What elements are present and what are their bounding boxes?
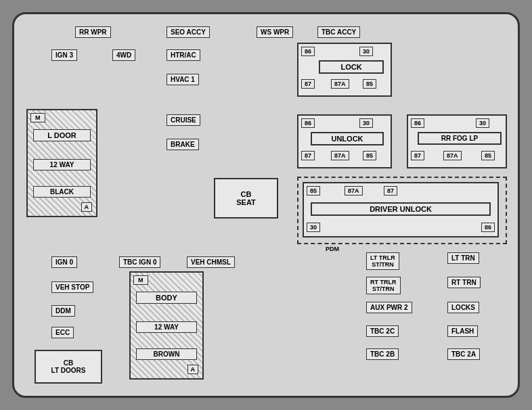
hvac1-label: HVAC 1 — [167, 74, 199, 85]
du-r85: 85 — [307, 186, 320, 196]
ws-wpr-label: WS WPR — [257, 26, 293, 38]
rt-trlr-st-trn-label: RT TRLR ST/TRN — [366, 277, 401, 294]
rr-wpr-label: RR WPR — [75, 26, 111, 38]
tbc-2a-label: TBC 2A — [447, 348, 480, 360]
tbc-2b-label: TBC 2B — [366, 348, 399, 360]
rr-fog-r87: 87 — [411, 151, 424, 160]
lock-r86: 86 — [301, 47, 315, 56]
unlock-label: UNLOCK — [311, 132, 384, 145]
du-r87: 87 — [384, 186, 397, 196]
cb-lt-doors-label: CB LT DOORS — [35, 350, 102, 384]
body-title: BODY — [136, 292, 197, 304]
lock-relay-group: 86 30 LOCK 87 87A 85 — [297, 43, 392, 97]
ign3-label: IGN 3 — [51, 49, 77, 61]
unlock-r30: 30 — [359, 118, 373, 128]
ecc-label: ECC — [51, 327, 74, 338]
pdm-region: PDM 85 87A 87 DRIVER UNLOCK 30 86 — [297, 177, 507, 244]
lock-r30: 30 — [359, 47, 373, 56]
driver-unlock-group: 85 87A 87 DRIVER UNLOCK 30 86 — [303, 182, 499, 237]
ldoor-group: M L DOOR 12 WAY BLACK A — [26, 109, 97, 217]
du-r87a: 87A — [345, 186, 363, 196]
cruise-label: CRUISE — [167, 114, 200, 126]
unlock-r86: 86 — [301, 118, 315, 128]
veh-stop-label: VEH STOP — [51, 281, 93, 293]
lt-trlr-st-trn-label: LT TRLR ST/TRN — [366, 252, 399, 270]
body-a: A — [187, 365, 199, 374]
lock-label: LOCK — [319, 60, 384, 74]
rr-fog-r85: 85 — [481, 151, 495, 160]
body-group: M BODY 12 WAY BROWN A — [129, 271, 204, 380]
lock-r85: 85 — [363, 79, 376, 89]
lt-trn-label: LT TRN — [447, 252, 479, 264]
fwd-label: 4WD — [112, 49, 135, 61]
pdm-label: PDM — [326, 246, 339, 252]
ldoor-way: 12 WAY — [33, 159, 91, 170]
rr-fog-relay-group: 86 30 RR FOG LP 87 87A 85 — [407, 114, 507, 168]
body-color: BROWN — [136, 348, 197, 360]
diagram-container: RR WPR SEO ACCY WS WPR TBC ACCY IGN 3 4W… — [12, 12, 520, 398]
veh-chmsl-label: VEH CHMSL — [187, 256, 235, 268]
lock-r87a: 87A — [331, 79, 349, 89]
du-r30: 30 — [307, 223, 320, 232]
du-label: DRIVER UNLOCK — [311, 202, 491, 216]
ldoor-title: L DOOR — [33, 129, 91, 141]
ign0-label: IGN 0 — [51, 256, 77, 268]
tbc-2c-label: TBC 2C — [366, 325, 399, 337]
unlock-r87: 87 — [301, 151, 315, 160]
rr-fog-label: RR FOG LP — [418, 132, 502, 145]
aux-pwr2-label: AUX PWR 2 — [366, 302, 412, 313]
cb-seat-label: CB SEAT — [214, 178, 278, 219]
ldoor-m: M — [30, 113, 45, 122]
ldoor-a: A — [81, 202, 93, 212]
tbc-ign0-label: TBC IGN 0 — [119, 256, 160, 268]
rr-fog-r30: 30 — [476, 118, 489, 128]
ldoor-color: BLACK — [33, 186, 91, 198]
body-m: M — [133, 275, 148, 285]
htr-ac-label: HTR/AC — [167, 49, 200, 61]
lock-r87: 87 — [301, 79, 315, 89]
unlock-relay-group: 86 30 UNLOCK 87 87A 85 — [297, 114, 392, 168]
unlock-r87a: 87A — [331, 151, 349, 160]
rr-fog-r87a: 87A — [443, 151, 462, 160]
locks-label: LOCKS — [447, 302, 479, 313]
rt-trn-label: RT TRN — [447, 277, 481, 288]
ddm-label: DDM — [51, 305, 75, 317]
brake-label: BRAKE — [167, 139, 199, 150]
rr-fog-r86: 86 — [411, 118, 424, 128]
flash-label: FLASH — [447, 325, 478, 337]
du-r86: 86 — [481, 223, 495, 232]
unlock-r85: 85 — [363, 151, 376, 160]
tbc-accy-label: TBC ACCY — [317, 26, 360, 38]
body-way: 12 WAY — [136, 321, 197, 333]
seo-accy-label: SEO ACCY — [167, 26, 210, 38]
